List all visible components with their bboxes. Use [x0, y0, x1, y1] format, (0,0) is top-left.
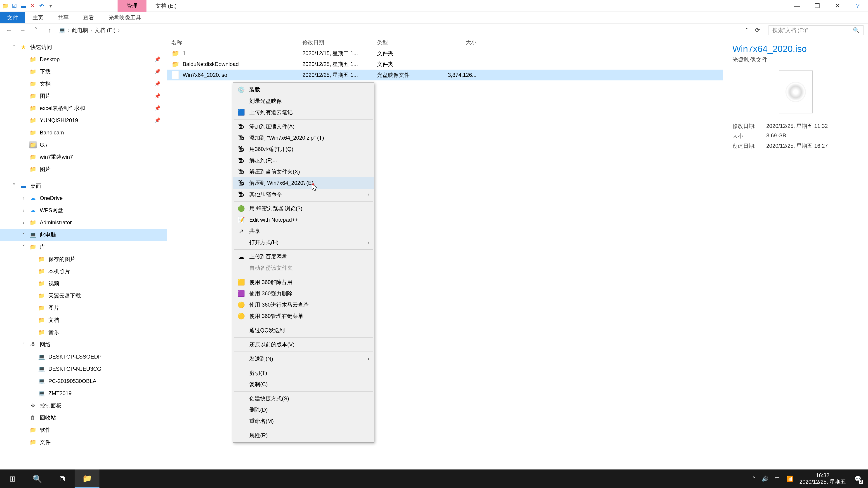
tree-item[interactable]: 📁excel表格制作求和📌: [0, 102, 167, 114]
file-row[interactable]: 📁12020/12/15, 星期二 1...文件夹: [167, 48, 723, 59]
menu-item[interactable]: 🗜其他压缩命令›: [233, 189, 374, 200]
menu-item[interactable]: 🟢用 蜂蜜浏览器 浏览(3): [233, 203, 374, 214]
tree-item[interactable]: 💻ZMT2019: [0, 387, 167, 399]
undo-icon[interactable]: ↶: [38, 2, 45, 9]
tree-item[interactable]: 📁G:\: [0, 139, 167, 151]
menu-item[interactable]: 🗜解压到(F)...: [233, 155, 374, 166]
menu-item[interactable]: 🟪使用 360强力删除: [233, 288, 374, 299]
notification-icon[interactable]: 💬3: [852, 473, 864, 484]
menu-item[interactable]: 打开方式(H)›: [233, 237, 374, 248]
tree-item[interactable]: 📁图片: [0, 302, 167, 314]
tree-desktop[interactable]: ˅▬桌面: [0, 180, 167, 192]
volume-icon[interactable]: 🔊: [762, 476, 768, 482]
dropdown-icon[interactable]: ▾: [47, 2, 54, 9]
menu-item[interactable]: 发送到(N)›: [233, 353, 374, 364]
refresh-button[interactable]: ⟳: [755, 27, 764, 34]
close-button[interactable]: ✕: [827, 0, 848, 12]
ribbon-tab-home[interactable]: 主页: [25, 12, 51, 23]
file-row[interactable]: Win7x64_2020.iso2020/12/25, 星期五 1...光盘映像…: [167, 70, 723, 80]
file-row[interactable]: 📁BaiduNetdiskDownload2020/12/25, 星期五 1..…: [167, 59, 723, 70]
column-headers[interactable]: 名称 修改日期 类型 大小: [167, 37, 723, 48]
back-button[interactable]: ←: [4, 26, 13, 35]
menu-item[interactable]: 🗜用360压缩打开(Q): [233, 143, 374, 155]
help-button[interactable]: ?: [848, 0, 868, 12]
menu-item[interactable]: 复制(C): [233, 379, 374, 390]
check-icon[interactable]: ☑: [11, 2, 18, 9]
menu-item[interactable]: ☁上传到百度网盘: [233, 251, 374, 262]
ribbon-tab-share[interactable]: 共享: [51, 12, 76, 23]
tree-item[interactable]: 📁win7重装win7: [0, 151, 167, 163]
ribbon-tab-file[interactable]: 文件: [0, 12, 25, 23]
ribbon-tab-view[interactable]: 查看: [76, 12, 101, 23]
tree-item[interactable]: 📁图片📌: [0, 90, 167, 102]
taskview-button[interactable]: ⧉: [50, 469, 74, 488]
menu-item[interactable]: 🗜添加到压缩文件(A)...: [233, 121, 374, 132]
menu-item[interactable]: 创建快捷方式(S): [233, 393, 374, 404]
menu-item[interactable]: ↗共享: [233, 225, 374, 237]
menu-item[interactable]: 刻录光盘映像: [233, 95, 374, 107]
start-button[interactable]: ⊞: [0, 469, 25, 488]
menu-item[interactable]: 🟡使用 360进行木马云查杀: [233, 299, 374, 311]
delete-icon[interactable]: ✕: [29, 2, 36, 9]
menu-item[interactable]: 剪切(T): [233, 367, 374, 379]
tree-item[interactable]: 📁文档📌: [0, 78, 167, 90]
ribbon-tab-disctools[interactable]: 光盘映像工具: [101, 12, 148, 23]
menu-item[interactable]: 通过QQ发送到: [233, 325, 374, 336]
up-button[interactable]: ↑: [45, 26, 54, 35]
tree-item[interactable]: 📁视频: [0, 278, 167, 290]
menu-item[interactable]: 删除(D): [233, 404, 374, 416]
ribbon-context-tab[interactable]: 管理: [118, 0, 147, 12]
tree-network[interactable]: ˅🖧网络: [0, 338, 167, 351]
menu-item[interactable]: 💿装载: [233, 84, 374, 95]
menu-item[interactable]: 重命名(M): [233, 416, 374, 427]
tree-item[interactable]: 📁保存的图片: [0, 253, 167, 265]
tree-control-panel[interactable]: ⚙控制面板: [0, 399, 167, 412]
tree-files[interactable]: 📁文件: [0, 436, 167, 448]
search-input[interactable]: 搜索"文档 (E:)" 🔍: [769, 25, 864, 35]
tree-item[interactable]: 💻DESKTOP-NJEU3CG: [0, 363, 167, 375]
tree-item[interactable]: 📁天翼云盘下载: [0, 290, 167, 302]
menu-item[interactable]: 🟦上传到有道云笔记: [233, 107, 374, 118]
addr-dropdown-icon[interactable]: ˅: [745, 27, 748, 33]
save-icon[interactable]: ▬: [20, 2, 27, 9]
tree-item[interactable]: 📁YUNQISHI2019📌: [0, 114, 167, 127]
search-button[interactable]: 🔍: [25, 469, 50, 488]
menu-item[interactable]: 🗜解压到 Win7x64_2020\ (E): [233, 177, 374, 189]
ime-indicator[interactable]: 中: [775, 475, 780, 482]
network-icon[interactable]: 📶: [786, 476, 793, 482]
tray-chevron-icon[interactable]: ˄: [752, 476, 755, 482]
details-filetype: 光盘映像文件: [733, 56, 859, 64]
tree-item[interactable]: 📁音乐: [0, 326, 167, 338]
tree-item[interactable]: 📁Desktop📌: [0, 53, 167, 66]
tree-item[interactable]: 📁本机照片: [0, 265, 167, 278]
tree-item[interactable]: ›📁Administrator: [0, 217, 167, 229]
forward-button[interactable]: →: [18, 26, 27, 35]
tree-item[interactable]: 📁文档: [0, 314, 167, 326]
menu-item[interactable]: 属性(R): [233, 430, 374, 441]
tree-item[interactable]: 📁Bandicam: [0, 127, 167, 139]
menu-item[interactable]: 📝Edit with Notepad++: [233, 214, 374, 225]
tree-item[interactable]: 📁下载📌: [0, 66, 167, 78]
menu-item[interactable]: 🟡使用 360管理右键菜单: [233, 311, 374, 322]
tree-quick-access[interactable]: ˅★快速访问: [0, 41, 167, 53]
tree-software[interactable]: 📁软件: [0, 424, 167, 436]
menu-item[interactable]: 🗜解压到当前文件夹(X): [233, 166, 374, 177]
menu-item[interactable]: 🟨使用 360解除占用: [233, 276, 374, 288]
tree-recycle-bin[interactable]: 🗑回收站: [0, 412, 167, 424]
search-icon: 🔍: [853, 27, 860, 33]
clock[interactable]: 16:32 2020/12/25, 星期五: [800, 472, 846, 485]
maximize-button[interactable]: ☐: [807, 0, 827, 12]
tree-item[interactable]: ›☁WPS网盘: [0, 204, 167, 217]
tree-item[interactable]: ˅📁库: [0, 241, 167, 253]
menu-item[interactable]: 🗜添加到 "Win7x64_2020.zip" (T): [233, 132, 374, 143]
tree-item[interactable]: 📁图片: [0, 163, 167, 175]
tree-item[interactable]: ›☁OneDrive: [0, 192, 167, 204]
tree-item[interactable]: 💻DESKTOP-LSSOEDP: [0, 351, 167, 363]
explorer-taskbar-button[interactable]: 📁: [74, 469, 99, 488]
minimize-button[interactable]: —: [786, 0, 807, 12]
history-dropdown[interactable]: ˅: [32, 26, 41, 35]
menu-item[interactable]: 还原以前的版本(V): [233, 339, 374, 350]
tree-item[interactable]: ˅💻此电脑: [0, 229, 167, 241]
tree-item[interactable]: 💻PC-20190530OBLA: [0, 375, 167, 387]
breadcrumb[interactable]: 💻 › 此电脑 › 文档 (E:) › ˅: [59, 27, 750, 34]
